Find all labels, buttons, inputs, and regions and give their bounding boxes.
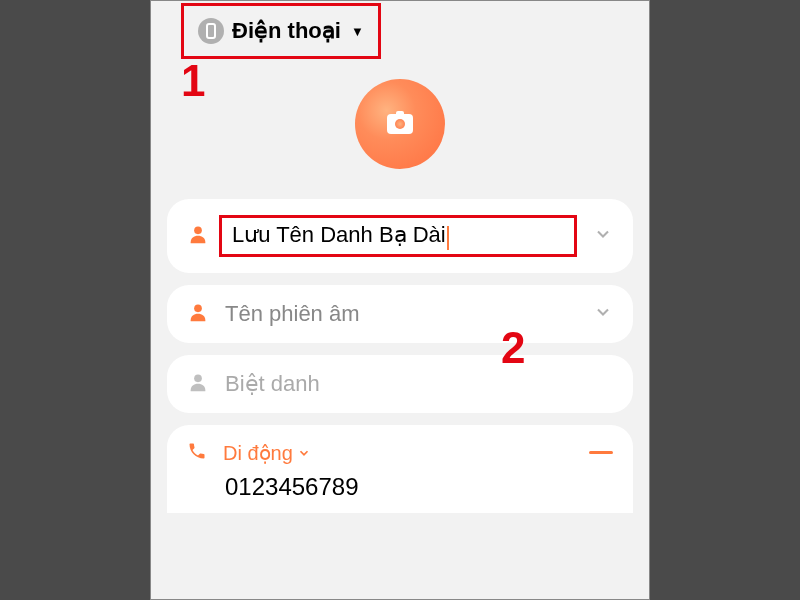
person-icon — [187, 223, 209, 249]
phone-type-selector[interactable]: Di động — [223, 441, 573, 465]
chevron-down-icon[interactable] — [593, 302, 613, 326]
name-input[interactable]: Lưu Tên Danh Bạ Dài — [232, 222, 446, 247]
chevron-down-icon — [297, 446, 311, 460]
contact-edit-screen: Điện thoại ▼ 1 Lưu Tên Danh Bạ Dài 2 Tên… — [150, 0, 650, 600]
phone-storage-icon — [198, 18, 224, 44]
annotation-marker-1: 1 — [181, 56, 205, 106]
phone-number-input[interactable]: 0123456789 — [225, 473, 613, 501]
person-icon — [187, 371, 209, 397]
phone-section: Di động 0123456789 — [167, 425, 633, 513]
svg-point-0 — [194, 226, 202, 234]
nickname-field-row[interactable]: Biệt danh — [167, 355, 633, 413]
annotation-marker-2: 2 — [501, 323, 525, 373]
dropdown-arrow-icon: ▼ — [351, 24, 364, 39]
phonetic-field-row[interactable]: Tên phiên âm — [167, 285, 633, 343]
name-input-highlight: Lưu Tên Danh Bạ Dài — [219, 215, 577, 257]
camera-icon — [387, 114, 413, 134]
nickname-input[interactable]: Biệt danh — [225, 371, 613, 397]
svg-point-2 — [194, 374, 202, 382]
person-icon — [187, 301, 209, 327]
phone-icon — [187, 441, 207, 465]
text-cursor — [447, 226, 449, 250]
avatar-section — [151, 79, 649, 169]
storage-label: Điện thoại — [232, 18, 341, 44]
name-field-row[interactable]: Lưu Tên Danh Bạ Dài — [167, 199, 633, 273]
chevron-down-icon[interactable] — [593, 224, 613, 248]
contact-avatar-button[interactable] — [355, 79, 445, 169]
remove-phone-button[interactable] — [589, 451, 613, 454]
storage-location-selector[interactable]: Điện thoại ▼ — [181, 3, 381, 59]
svg-point-1 — [194, 304, 202, 312]
phone-type-label: Di động — [223, 441, 293, 465]
